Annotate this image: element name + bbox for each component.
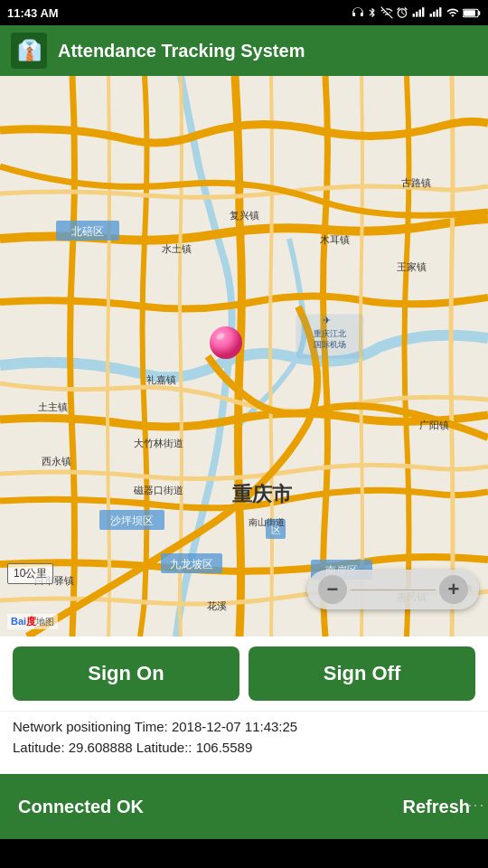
svg-text:广阳镇: 广阳镇 xyxy=(419,420,449,430)
svg-rect-1 xyxy=(416,12,418,17)
bluetooth-icon xyxy=(367,6,378,19)
svg-rect-5 xyxy=(433,12,435,17)
svg-text:重庆市: 重庆市 xyxy=(232,483,293,505)
svg-rect-9 xyxy=(464,10,475,15)
wifi-icon xyxy=(446,6,460,19)
svg-rect-3 xyxy=(422,7,424,17)
svg-text:九龙坡区: 九龙坡区 xyxy=(170,558,213,571)
refresh-button[interactable]: Refresh xyxy=(403,797,470,817)
scale-indicator: 10公里 xyxy=(7,563,53,584)
svg-text:礼嘉镇: 礼嘉镇 xyxy=(146,374,176,385)
svg-text:重庆江北: 重庆江北 xyxy=(314,329,346,338)
baidu-logo: Bai度地图 xyxy=(7,614,58,629)
bottom-bar: Connected OK Refresh ⋮ xyxy=(0,774,488,839)
svg-rect-4 xyxy=(430,14,432,17)
status-bar: 11:43 AM xyxy=(0,0,488,25)
svg-rect-7 xyxy=(439,7,441,17)
info-line2: Latitude: 29.608888 Latitude:: 106.5589 xyxy=(13,738,475,759)
headphone-icon xyxy=(352,6,364,19)
svg-text:大竹林街道: 大竹林街道 xyxy=(134,438,183,448)
info-line1: Network positioning Time: 2018-12-07 11:… xyxy=(13,717,475,738)
svg-text:花溪: 花溪 xyxy=(207,600,227,611)
svg-rect-2 xyxy=(419,10,421,17)
app-header: 👔 Attendance Tracking System xyxy=(0,25,488,76)
svg-rect-10 xyxy=(478,11,480,14)
svg-text:古路镇: 古路镇 xyxy=(401,177,431,188)
action-buttons: Sign On Sign Off xyxy=(0,637,488,711)
location-marker xyxy=(206,325,242,361)
svg-text:国际机场: 国际机场 xyxy=(314,340,346,349)
sign-off-button[interactable]: Sign Off xyxy=(249,646,475,701)
svg-text:沙坪坝区: 沙坪坝区 xyxy=(110,514,154,527)
signal-bars-icon xyxy=(411,6,426,19)
svg-point-51 xyxy=(210,326,242,359)
svg-text:复兴镇: 复兴镇 xyxy=(230,210,259,221)
svg-text:南山街道: 南山街道 xyxy=(249,517,285,527)
status-icons xyxy=(352,6,481,19)
alarm-icon xyxy=(396,6,408,19)
signal-bars2-icon xyxy=(428,6,443,19)
svg-rect-6 xyxy=(436,10,438,17)
svg-text:磁器口街道: 磁器口街道 xyxy=(133,485,183,495)
svg-rect-0 xyxy=(413,14,415,17)
svg-text:土主镇: 土主镇 xyxy=(38,401,68,412)
more-options[interactable]: ⋮ xyxy=(466,797,486,814)
connected-status: Connected OK xyxy=(18,797,144,817)
svg-text:水土镇: 水土镇 xyxy=(162,243,192,254)
zoom-out-button[interactable]: − xyxy=(318,575,347,604)
app-title: Attendance Tracking System xyxy=(58,41,305,61)
time-display: 11:43 AM xyxy=(7,6,59,20)
svg-text:木耳镇: 木耳镇 xyxy=(320,234,350,245)
info-area: Network positioning Time: 2018-12-07 11:… xyxy=(0,711,488,774)
svg-text:北碚区: 北碚区 xyxy=(71,225,104,238)
signal-slash-icon xyxy=(380,6,393,19)
svg-text:✈: ✈ xyxy=(323,315,331,326)
sign-on-button[interactable]: Sign On xyxy=(13,646,239,701)
svg-text:西永镇: 西永镇 xyxy=(42,456,71,467)
map-view[interactable]: 北碚区 复兴镇 古路镇 木耳镇 王家镇 水土镇 ✈ 重庆江北 国际机场 礼嘉镇 … xyxy=(0,76,488,637)
svg-text:王家镇: 王家镇 xyxy=(397,261,427,272)
status-time: 11:43 AM xyxy=(7,6,59,20)
zoom-controls[interactable]: − + xyxy=(307,570,479,609)
app-icon: 👔 xyxy=(11,33,47,69)
zoom-in-button[interactable]: + xyxy=(439,575,468,604)
battery-icon xyxy=(463,7,481,19)
